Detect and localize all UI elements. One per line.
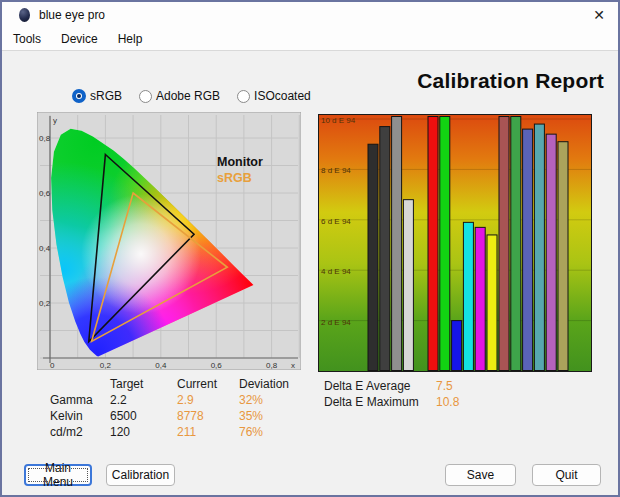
row-luminance-target: 120 <box>110 424 177 440</box>
svg-text:x: x <box>291 361 295 370</box>
svg-text:2 d E 94: 2 d E 94 <box>321 318 351 327</box>
radio-isocoated-circle[interactable] <box>237 90 250 103</box>
row-luminance-current: 211 <box>177 424 239 440</box>
bar-cyan <box>463 222 473 370</box>
window-title: blue eye pro <box>39 8 105 22</box>
delta-e-maximum-label: Delta E Maximum <box>324 394 436 410</box>
svg-text:0,4: 0,4 <box>39 244 51 253</box>
app-window: blue eye pro ✕ Tools Device Help Calibra… <box>0 0 620 497</box>
row-gamma-target: 2.2 <box>110 392 177 408</box>
bar-light-gray <box>403 200 413 371</box>
menu-device[interactable]: Device <box>59 30 108 48</box>
svg-text:0,6: 0,6 <box>211 361 223 370</box>
row-kelvin-current: 8778 <box>177 408 239 424</box>
row-gamma-deviation: 32% <box>239 392 311 408</box>
bar-magenta <box>475 227 485 370</box>
bar-medium-green <box>511 117 521 371</box>
save-button[interactable]: Save <box>445 464 516 486</box>
bar-yellow <box>487 235 497 371</box>
close-icon[interactable]: ✕ <box>589 6 609 24</box>
bar-gray <box>392 117 402 371</box>
svg-text:0,4: 0,4 <box>155 361 167 370</box>
svg-text:0: 0 <box>50 361 55 370</box>
svg-text:0,2: 0,2 <box>39 299 51 308</box>
radio-adobe-rgb-circle[interactable] <box>139 90 152 103</box>
svg-text:0,8: 0,8 <box>39 134 51 143</box>
main-menu-button[interactable]: Main Menu <box>24 464 92 486</box>
srgb-legend-label: sRGB <box>217 171 252 185</box>
bar-teal <box>534 124 544 370</box>
menu-bar: Tools Device Help <box>2 28 618 51</box>
title-bar[interactable]: blue eye pro ✕ <box>2 2 618 28</box>
bar-blue <box>452 321 462 371</box>
radio-srgb[interactable]: sRGB <box>72 89 122 103</box>
app-icon <box>19 8 30 22</box>
radio-adobe-rgb-label[interactable]: Adobe RGB <box>156 89 220 103</box>
calibration-button[interactable]: Calibration <box>106 464 175 486</box>
radio-srgb-label[interactable]: sRGB <box>90 89 122 103</box>
col-header-current: Current <box>177 376 239 392</box>
svg-text:6 d E 94: 6 d E 94 <box>321 217 351 226</box>
monitor-legend-label: Monitor <box>217 155 263 169</box>
gamut-radio-group: sRGB Adobe RGB ISOcoated <box>72 89 311 103</box>
delta-e-average-value: 7.5 <box>436 378 459 394</box>
delta-e-average-label: Delta E Average <box>324 378 436 394</box>
bar-orchid <box>546 134 556 370</box>
radio-adobe-rgb[interactable]: Adobe RGB <box>139 89 220 103</box>
quit-button[interactable]: Quit <box>532 464 601 486</box>
svg-text:10 d E 94: 10 d E 94 <box>321 116 356 125</box>
cie-chromaticity-diagram: 00,20,40,60,8x0,20,40,60,8yMonitorsRGB <box>37 112 301 370</box>
bar-green <box>440 117 450 371</box>
radio-srgb-circle[interactable] <box>72 89 86 103</box>
row-kelvin-label: Kelvin <box>50 408 110 424</box>
row-gamma-current: 2.9 <box>177 392 239 408</box>
bar-dark-khaki <box>558 142 568 371</box>
row-luminance-label: cd/m2 <box>50 424 110 440</box>
svg-text:0,6: 0,6 <box>39 189 51 198</box>
bar-dark-gray <box>380 127 390 371</box>
bar-red <box>428 117 438 371</box>
radio-isocoated-label[interactable]: ISOcoated <box>254 89 311 103</box>
svg-text:8 d E 94: 8 d E 94 <box>321 166 351 175</box>
radio-isocoated[interactable]: ISOcoated <box>237 89 311 103</box>
delta-e-bar-chart: 2 d E 944 d E 946 d E 948 d E 9410 d E 9… <box>318 114 592 372</box>
bar-brick-red <box>499 117 509 371</box>
svg-text:0,2: 0,2 <box>100 361 112 370</box>
row-gamma-label: Gamma <box>50 392 110 408</box>
svg-text:0,8: 0,8 <box>266 361 278 370</box>
svg-text:y: y <box>53 116 57 125</box>
bar-slate-blue <box>523 129 533 370</box>
col-header-deviation: Deviation <box>239 376 311 392</box>
row-luminance-deviation: 76% <box>239 424 311 440</box>
menu-tools[interactable]: Tools <box>11 30 51 48</box>
page-title: Calibration Report <box>344 69 604 93</box>
svg-text:4 d E 94: 4 d E 94 <box>321 267 351 276</box>
delta-e-summary: Delta E Average 7.5 Delta E Maximum 10.8 <box>324 378 459 410</box>
bar-black <box>368 144 378 370</box>
row-kelvin-deviation: 35% <box>239 408 311 424</box>
col-header-target: Target <box>110 376 177 392</box>
measurements-table: Target Current Deviation Gamma 2.2 2.9 3… <box>50 376 311 440</box>
menu-help[interactable]: Help <box>116 30 153 48</box>
row-kelvin-target: 6500 <box>110 408 177 424</box>
table-cell-empty <box>50 376 110 392</box>
delta-e-maximum-value: 10.8 <box>436 394 459 410</box>
